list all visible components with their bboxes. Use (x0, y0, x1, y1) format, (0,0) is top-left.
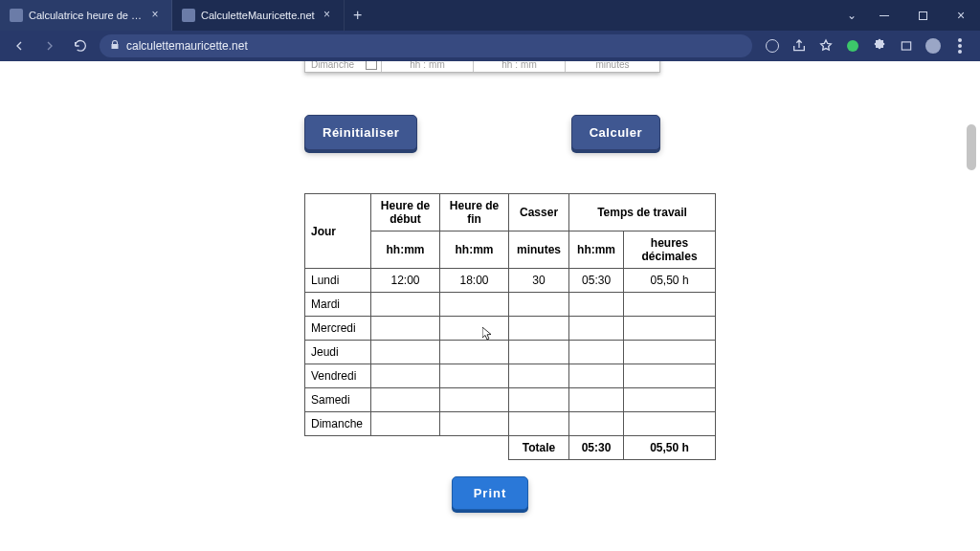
cell-end (440, 293, 509, 317)
cell-hhmm (569, 388, 624, 412)
table-row: Dimanche (305, 412, 716, 436)
new-tab-button[interactable]: + (345, 0, 371, 31)
cell-break (509, 341, 569, 364)
table-row: Vendredi (305, 364, 716, 388)
input-row-day-label: Dimanche (311, 61, 354, 70)
total-hhmm: 05:30 (569, 436, 624, 460)
cell-jour: Mercredi (305, 317, 371, 341)
table-row: Mardi (305, 293, 716, 317)
cell-start (371, 341, 440, 364)
cell-start (371, 293, 440, 317)
chevron-down-icon[interactable]: ⌄ (838, 0, 865, 31)
address-input[interactable]: calculettemauricette.net (100, 34, 752, 57)
cell-end (440, 388, 509, 412)
cell-start (371, 412, 440, 436)
cell-jour: Jeudi (305, 341, 371, 364)
vertical-scrollbar[interactable] (965, 61, 978, 551)
star-icon[interactable] (817, 37, 835, 55)
total-dec: 05,50 h (624, 436, 716, 460)
end-time-field[interactable]: hh:mm (474, 61, 566, 72)
lock-icon (109, 39, 121, 54)
forward-button[interactable] (38, 34, 61, 57)
cell-jour: Mardi (305, 293, 371, 317)
col-work: Temps de travail (569, 194, 716, 231)
close-icon[interactable]: × (321, 9, 334, 22)
close-icon[interactable]: × (148, 9, 162, 22)
reset-button[interactable]: Réinitialiser (304, 115, 417, 150)
browser-addressbar: calculettemauricette.net (0, 31, 980, 61)
favicon-icon (10, 9, 23, 22)
start-time-field[interactable]: hh:mm (382, 61, 474, 72)
total-label: Totale (509, 436, 569, 460)
input-row-dimanche: Dimanche hh:mm hh:mm minutes (304, 61, 660, 73)
header-row-1: Jour Heure de début Heure de fin Casser … (305, 194, 716, 231)
puzzle-icon[interactable] (871, 37, 888, 55)
scrollbar-thumb[interactable] (967, 124, 976, 170)
cell-hhmm (569, 317, 624, 341)
col-start: Heure de début (371, 194, 440, 231)
col-break: Casser (509, 194, 569, 231)
tab-1[interactable]: Calculatrice heure de travail - Cal × (0, 0, 172, 31)
kebab-icon[interactable] (951, 37, 969, 55)
cell-dec (624, 293, 716, 317)
cell-start (371, 317, 440, 341)
sub-hhmm: hh:mm (569, 231, 624, 269)
sub-end: hh:mm (440, 231, 509, 269)
tab-2-title: CalculetteMauricette.net (201, 10, 315, 21)
back-button[interactable] (8, 34, 31, 57)
calculate-button[interactable]: Calculer (571, 115, 660, 150)
sub-dec: heures décimales (624, 231, 716, 269)
table-row: Mercredi (305, 317, 716, 341)
toolbar-right (760, 37, 972, 55)
total-row: Totale 05:30 05,50 h (305, 436, 716, 460)
reload-button[interactable] (69, 34, 92, 57)
account-icon[interactable] (924, 37, 942, 55)
cell-jour: Dimanche (305, 412, 371, 436)
table-row: Lundi12:0018:003005:3005,50 h (305, 269, 716, 293)
cell-end (440, 317, 509, 341)
window-close-button[interactable]: × (942, 0, 980, 31)
sub-break: minutes (509, 231, 569, 269)
extension-dot-icon[interactable] (844, 37, 861, 55)
cell-start: 12:00 (371, 269, 440, 293)
print-button[interactable]: Print (452, 476, 529, 510)
svg-rect-0 (902, 42, 910, 50)
cell-dec (624, 412, 716, 436)
action-buttons: Réinitialiser Calculer (304, 115, 660, 150)
share-icon[interactable] (791, 37, 808, 55)
cell-start (371, 364, 440, 388)
cell-end (440, 364, 509, 388)
cell-break (509, 293, 569, 317)
col-end: Heure de fin (440, 194, 509, 231)
cell-end (440, 412, 509, 436)
cell-hhmm (569, 364, 624, 388)
window-icon[interactable] (898, 37, 915, 55)
table-row: Jeudi (305, 341, 716, 364)
window-maximize-button[interactable] (903, 0, 942, 31)
cell-break (509, 412, 569, 436)
sub-start: hh:mm (371, 231, 440, 269)
tab-2[interactable]: CalculetteMauricette.net × (172, 0, 345, 31)
url-text: calculettemauricette.net (126, 39, 248, 53)
cell-break (509, 317, 569, 341)
day-checkbox[interactable] (366, 61, 377, 70)
window-controls: × (865, 0, 980, 31)
cell-jour: Lundi (305, 269, 371, 293)
tab-1-title: Calculatrice heure de travail - Cal (29, 10, 143, 21)
cell-break (509, 364, 569, 388)
results-table: Jour Heure de début Heure de fin Casser … (304, 193, 716, 460)
cell-break: 30 (509, 269, 569, 293)
browser-titlebar: Calculatrice heure de travail - Cal × Ca… (0, 0, 980, 31)
cell-hhmm (569, 412, 624, 436)
favicon-icon (182, 9, 195, 22)
cell-hhmm (569, 293, 624, 317)
cell-jour: Vendredi (305, 364, 371, 388)
extension-icon[interactable] (764, 37, 781, 55)
window-minimize-button[interactable] (865, 0, 903, 31)
break-field[interactable]: minutes (566, 61, 659, 72)
cell-dec: 05,50 h (624, 269, 716, 293)
cell-dec (624, 364, 716, 388)
cell-start (371, 388, 440, 412)
page-viewport: Dimanche hh:mm hh:mm minutes Réinitialis… (0, 61, 980, 551)
cell-end: 18:00 (440, 269, 509, 293)
